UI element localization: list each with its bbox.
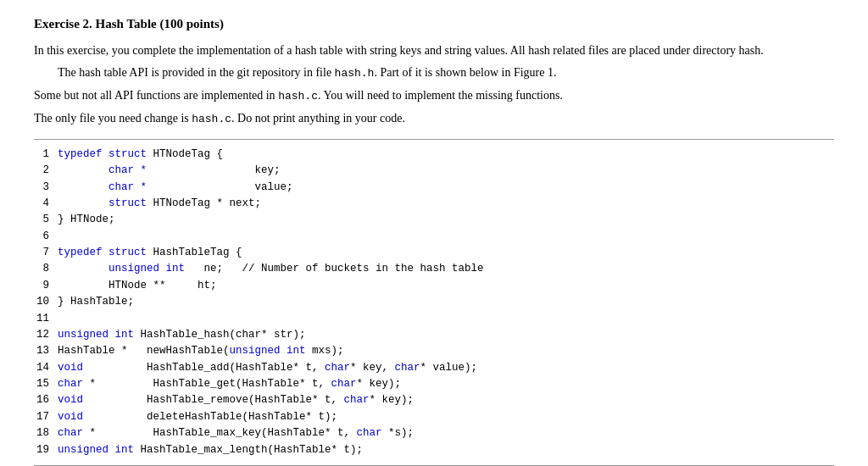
line-number: 2 [34, 163, 58, 179]
code-line: 6 [34, 229, 834, 245]
line-number: 13 [34, 343, 58, 359]
line-number: 1 [34, 147, 58, 163]
desc-para4: The only file you need change is hash.c.… [34, 109, 834, 129]
code-line: 11 [34, 311, 834, 327]
line-content: unsigned int HashTable_max_length(HashTa… [58, 442, 363, 458]
line-content: HashTable * newHashTable(unsigned int mx… [58, 343, 344, 359]
code-line: 2 char * key; [34, 163, 834, 179]
line-content: typedef struct HTNodeTag { [58, 147, 223, 163]
hash-h-ref: hash.h [335, 67, 375, 80]
line-content: char * key; [58, 163, 281, 179]
code-line: 16void HashTable_remove(HashTable* t, ch… [34, 392, 834, 408]
line-content: unsigned int ne; // Number of buckets in… [58, 261, 484, 277]
code-line: 15char * HashTable_get(HashTable* t, cha… [34, 376, 834, 392]
line-content: char * value; [58, 180, 293, 196]
line-content: unsigned int HashTable_hash(char* str); [58, 327, 306, 343]
line-content: typedef struct HashTableTag { [58, 245, 242, 261]
code-line: 7typedef struct HashTableTag { [34, 245, 834, 261]
line-number: 16 [34, 392, 58, 408]
line-number: 10 [34, 294, 58, 310]
line-number: 11 [34, 311, 58, 327]
code-line: 19unsigned int HashTable_max_length(Hash… [34, 442, 834, 458]
code-line: 13HashTable * newHashTable(unsigned int … [34, 343, 834, 359]
desc-para1: In this exercise, you complete the imple… [34, 42, 834, 60]
line-number: 14 [34, 360, 58, 376]
line-number: 12 [34, 327, 58, 343]
line-number: 15 [34, 376, 58, 392]
hash-c-ref-1: hash.c [278, 90, 318, 103]
line-number: 5 [34, 212, 58, 228]
code-line: 12unsigned int HashTable_hash(char* str)… [34, 327, 834, 343]
line-number: 3 [34, 180, 58, 196]
code-block: 1typedef struct HTNodeTag {2 char * key;… [34, 140, 834, 465]
desc-para2: The hash table API is provided in the gi… [34, 64, 834, 83]
code-line: 17void deleteHashTable(HashTable* t); [34, 409, 834, 425]
line-content: void HashTable_remove(HashTable* t, char… [58, 392, 414, 408]
line-number: 18 [34, 425, 58, 441]
code-line: 4 struct HTNodeTag * next; [34, 196, 834, 212]
line-content: } HashTable; [58, 294, 134, 310]
line-content: char * HashTable_get(HashTable* t, char*… [58, 376, 401, 392]
line-content: } HTNode; [58, 212, 115, 228]
line-number: 7 [34, 245, 58, 261]
code-line: 5} HTNode; [34, 212, 834, 228]
line-number: 17 [34, 409, 58, 425]
code-line: 14void HashTable_add(HashTable* t, char*… [34, 360, 834, 376]
exercise-container: Exercise 2. Hash Table (100 points) In t… [34, 17, 834, 466]
line-number: 9 [34, 278, 58, 294]
hash-c-ref-2: hash.c [192, 113, 231, 125]
desc-para3: Some but not all API functions are imple… [34, 86, 834, 106]
line-number: 8 [34, 261, 58, 277]
line-content: char * HashTable_max_key(HashTable* t, c… [58, 425, 414, 441]
line-content: struct HTNodeTag * next; [58, 196, 261, 212]
code-line: 10} HashTable; [34, 294, 834, 310]
description: In this exercise, you complete the imple… [34, 42, 834, 129]
code-line: 9 HTNode ** ht; [34, 278, 834, 294]
code-line: 1typedef struct HTNodeTag { [34, 147, 834, 163]
exercise-title: Exercise 2. Hash Table (100 points) [34, 17, 834, 31]
code-line: 18char * HashTable_max_key(HashTable* t,… [34, 425, 834, 441]
line-number: 6 [34, 229, 58, 245]
code-line: 8 unsigned int ne; // Number of buckets … [34, 261, 834, 277]
line-number: 4 [34, 196, 58, 212]
code-line: 3 char * value; [34, 180, 834, 196]
line-number: 19 [34, 442, 58, 458]
line-content: void HashTable_add(HashTable* t, char* k… [58, 360, 477, 376]
line-content: void deleteHashTable(HashTable* t); [58, 409, 337, 425]
line-content: HTNode ** ht; [58, 278, 217, 294]
